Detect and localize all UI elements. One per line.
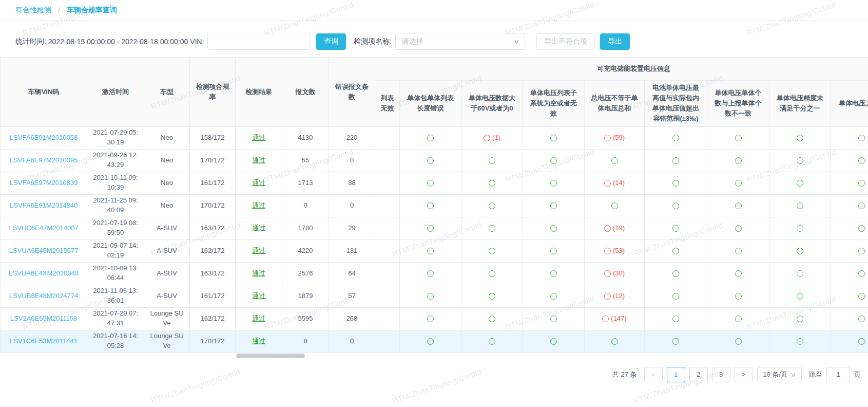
result-pass-link[interactable]: 通过 <box>252 247 265 254</box>
status-fail-circle-icon <box>602 316 609 322</box>
query-button[interactable]: 查询 <box>316 33 346 50</box>
result-pass-link[interactable]: 通过 <box>252 224 265 232</box>
cell-check-2 <box>461 239 523 262</box>
cell-check-result: 通过 <box>236 307 282 330</box>
header-group-col-6: 单体电压单体个数与上报单体个数不一致 <box>707 81 769 127</box>
result-pass-link[interactable]: 通过 <box>252 179 265 187</box>
pagination-bar: 共 27 条 < 1 2 3 > 10 条/页 ∨ 跳至 页 <box>0 359 868 382</box>
vin-link[interactable]: LSVFA6E91M2010058 <box>10 134 78 141</box>
header-group-col-1: 单体包单体列表长度错误 <box>400 81 461 127</box>
status-ok-circle-icon <box>672 338 679 345</box>
status-ok-circle-icon <box>797 248 803 254</box>
check-item-select[interactable]: 请选择 ∨ <box>395 33 525 50</box>
cell-check-5 <box>645 149 707 172</box>
status-ok-circle-icon <box>797 180 803 187</box>
status-ok-circle-icon <box>550 202 557 209</box>
cell-check-5 <box>645 330 707 353</box>
status-ok-circle-icon <box>672 157 679 164</box>
cell-check-4: (53) <box>585 239 645 262</box>
status-ok-circle-icon <box>858 202 865 209</box>
horizontal-scrollbar-thumb[interactable] <box>236 354 305 358</box>
cell-check-4 <box>585 330 645 353</box>
filter-bar: 统计时间: 2022-08-15 00:00:00 - 2022-08-18 0… <box>15 33 868 50</box>
page-button-2[interactable]: 2 <box>689 367 708 382</box>
status-ok-circle-icon <box>427 180 434 187</box>
page-button-3[interactable]: 3 <box>712 367 730 382</box>
export-noncompliant-button[interactable]: 导出不符合项 <box>536 33 595 50</box>
status-ok-circle-icon <box>550 248 557 254</box>
cell-check-3 <box>523 330 585 353</box>
cell-check-5 <box>645 239 707 262</box>
cell-check-1 <box>400 307 461 330</box>
cell-check-7 <box>769 194 831 217</box>
vin-link[interactable]: LSVUA6E45M2015677 <box>9 247 78 254</box>
cell-message-count: 2576 <box>282 262 329 285</box>
result-pass-link[interactable]: 通过 <box>252 314 265 322</box>
cell-message-count: 4130 <box>282 126 329 149</box>
cell-check-7 <box>769 172 831 194</box>
result-pass-link[interactable]: 通过 <box>252 337 265 345</box>
status-ok-circle-icon <box>489 316 495 322</box>
status-ok-circle-icon <box>427 316 434 322</box>
cell-check-1 <box>400 330 461 353</box>
vin-link[interactable]: LSVUB6E48M2024774 <box>9 292 78 300</box>
cell-vin: LSVFA6E91M2010058 <box>1 126 87 149</box>
status-ok-circle-icon <box>672 135 679 141</box>
cell-compliance-ratio: 163/172 <box>190 262 236 285</box>
vin-link[interactable]: LSVFA6E97M2010839 <box>10 179 78 187</box>
prev-page-button[interactable]: < <box>644 367 663 382</box>
table-row: LSVUB6E48M20247742021-11-06 13:36:01A-SU… <box>1 285 868 307</box>
result-pass-link[interactable]: 通过 <box>252 156 265 164</box>
cell-check-6 <box>707 239 769 262</box>
result-pass-link[interactable]: 通过 <box>252 134 265 141</box>
cell-activated-time: 2021-09-07 14:02:19 <box>87 239 144 262</box>
status-ok-circle-icon <box>672 270 679 277</box>
vin-link[interactable]: LSV1C6E53M2011441 <box>10 337 78 345</box>
table-row: LSVUA6E4XM20200482021-10-09 13:06:44A-SU… <box>1 262 868 285</box>
next-page-button[interactable]: > <box>735 367 753 382</box>
status-ok-circle-icon <box>550 293 557 300</box>
result-pass-link[interactable]: 通过 <box>252 269 265 277</box>
cell-check-result: 通过 <box>236 126 282 149</box>
breadcrumb-item-vehicle-compliance-query[interactable]: 车辆合规率查询 <box>67 6 117 14</box>
total-count-label: 共 27 条 <box>612 370 637 379</box>
vin-link[interactable]: LSV2A6E55M2011158 <box>10 314 77 322</box>
vin-link[interactable]: LSVFA6E91M2014840 <box>10 201 78 209</box>
status-ok-circle-icon <box>735 180 742 187</box>
cell-check-7 <box>769 149 831 172</box>
cell-check-2: (1) <box>461 126 523 149</box>
result-pass-link[interactable]: 通过 <box>252 201 265 209</box>
cell-model: A-SUV <box>144 285 190 307</box>
vin-link[interactable]: LSVUC6E47M2014007 <box>9 224 78 232</box>
result-pass-link[interactable]: 通过 <box>252 292 265 300</box>
jump-page-input[interactable] <box>826 367 850 382</box>
cell-compliance-ratio: 162/172 <box>190 307 236 330</box>
vin-link[interactable]: LSVFA6E97M2010095 <box>10 156 78 164</box>
status-ok-circle-icon <box>550 338 557 345</box>
cell-check-2 <box>461 307 523 330</box>
cell-vin: LSVFA6E91M2014840 <box>1 194 87 217</box>
page-button-1[interactable]: 1 <box>667 367 685 382</box>
cell-check-0 <box>375 172 400 194</box>
cell-error-message-count: 0 <box>329 330 375 353</box>
cell-check-result: 通过 <box>236 172 282 194</box>
table-row: LSV2A6E55M20111582021-07-29 07:47:31Loun… <box>1 307 868 330</box>
cell-check-3 <box>523 172 585 194</box>
cell-check-2 <box>461 262 523 285</box>
status-ok-circle-icon <box>858 338 865 345</box>
cell-check-4: (12) <box>585 285 645 307</box>
breadcrumb-item-compliance-check[interactable]: 符合性检测 <box>15 6 51 14</box>
table-row: LSVUA6E45M20156772021-09-07 14:02:19A-SU… <box>1 239 868 262</box>
check-item-placeholder: 请选择 <box>401 37 423 46</box>
vin-input[interactable] <box>207 33 310 50</box>
page-size-select[interactable]: 10 条/页 ∨ <box>757 367 802 382</box>
cell-error-message-count: 131 <box>329 239 375 262</box>
cell-check-7 <box>769 262 831 285</box>
cell-model: A-SUV <box>144 262 190 285</box>
header-group-col-0: 列表无效 <box>375 81 400 127</box>
status-ok-circle-icon <box>489 293 495 300</box>
cell-activated-time: 2021-07-19 08:59:50 <box>87 217 144 239</box>
cell-check-result: 通过 <box>236 239 282 262</box>
vin-link[interactable]: LSVUA6E4XM2020048 <box>9 269 79 277</box>
export-button[interactable]: 导出 <box>600 33 630 50</box>
